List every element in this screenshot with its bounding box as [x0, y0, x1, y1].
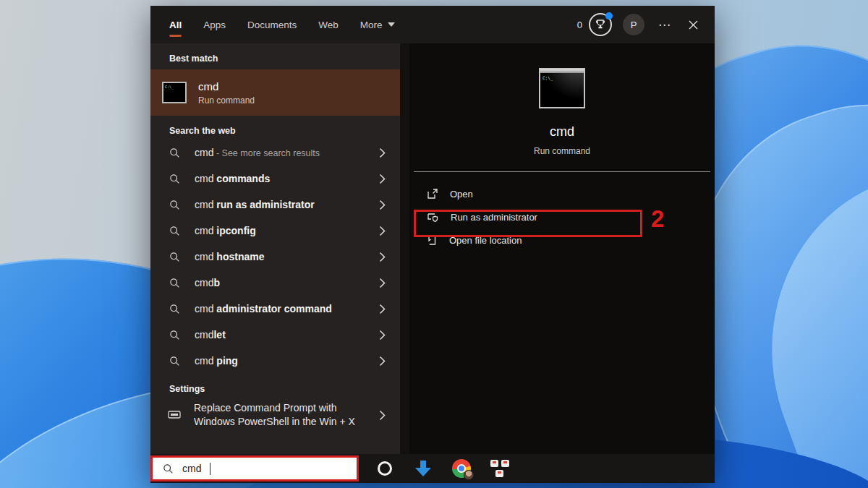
- search-filter-bar: All Apps Documents Web More: [150, 6, 715, 43]
- download-manager-taskbar-icon[interactable]: [414, 459, 433, 478]
- tab-all[interactable]: All: [169, 6, 182, 43]
- web-suggestion-row[interactable]: cmd - See more search results: [150, 140, 400, 166]
- chevron-right-icon: [379, 174, 386, 184]
- settings-result-line1: Replace Command Prompt with: [194, 401, 355, 415]
- chevron-right-icon: [379, 200, 386, 210]
- rewards-count: 0: [577, 20, 582, 30]
- action-open[interactable]: Open: [409, 182, 715, 205]
- chevron-right-icon: [379, 410, 386, 421]
- tab-all-label: All: [169, 20, 182, 30]
- ellipsis-icon: ⋯: [658, 18, 671, 32]
- detail-app-title: cmd: [409, 124, 715, 140]
- tab-apps[interactable]: Apps: [203, 6, 226, 43]
- action-list: Open Run as administrator Open file loca…: [409, 182, 715, 252]
- web-suggestion-row[interactable]: cmd administrator command: [150, 296, 400, 322]
- detail-divider-line: [414, 171, 710, 172]
- chevron-right-icon: [379, 330, 386, 341]
- more-options-button[interactable]: ⋯: [655, 14, 674, 35]
- tab-documents-label: Documents: [247, 20, 297, 30]
- notification-dot: [605, 12, 613, 20]
- tab-documents[interactable]: Documents: [247, 6, 297, 43]
- settings-header: Settings: [169, 384, 400, 394]
- panel-divider: [400, 43, 409, 454]
- web-suggestion-row[interactable]: cmd ping: [150, 348, 400, 374]
- tab-more[interactable]: More: [360, 6, 395, 43]
- chrome-profile-avatar: [464, 470, 474, 480]
- best-match-result-cmd[interactable]: C:\_ cmd Run command: [150, 69, 400, 116]
- search-input-value: cmd: [182, 463, 201, 474]
- chrome-icon: [452, 459, 471, 478]
- windows-search-panel: All Apps Documents Web More: [150, 6, 715, 483]
- web-suggestions-list: cmd - See more search results cmd comman…: [150, 140, 400, 374]
- active-tab-underline: [169, 35, 182, 37]
- web-suggestion-row[interactable]: cmdb: [150, 270, 400, 296]
- chevron-right-icon: [379, 304, 386, 314]
- chrome-taskbar-icon[interactable]: [452, 459, 471, 478]
- best-match-title: cmd: [198, 80, 255, 93]
- chevron-down-icon: [388, 22, 395, 27]
- web-suggestion-row[interactable]: cmd ipconfig: [150, 218, 400, 244]
- trophy-icon: [589, 13, 612, 36]
- taskbar: cmd: [150, 454, 715, 483]
- text-cursor: [210, 463, 210, 475]
- network-devices-taskbar-icon[interactable]: [490, 459, 509, 478]
- search-icon: [169, 226, 180, 236]
- action-run-as-administrator[interactable]: Run as administrator: [409, 205, 715, 228]
- chevron-right-icon: [379, 252, 386, 262]
- action-open-file-location[interactable]: Open file location: [409, 228, 715, 252]
- tab-web-label: Web: [318, 20, 339, 30]
- tab-apps-label: Apps: [203, 20, 226, 30]
- search-icon: [163, 463, 174, 474]
- network-devices-icon: [490, 460, 509, 477]
- web-suggestion-row[interactable]: cmd hostname: [150, 244, 400, 270]
- search-icon: [169, 174, 180, 184]
- admin-shield-icon: [427, 211, 439, 223]
- search-icon: [169, 147, 180, 158]
- monitor-icon: [168, 410, 181, 420]
- avatar-initial: P: [631, 20, 637, 30]
- tab-more-label: More: [360, 20, 383, 30]
- detail-app-subtitle: Run command: [409, 146, 715, 156]
- folder-location-icon: [427, 234, 438, 246]
- web-suggestion-row[interactable]: cmd commands: [150, 166, 400, 192]
- best-match-subtitle: Run command: [198, 95, 255, 106]
- search-icon: [169, 304, 180, 314]
- cmd-app-icon-large: C:\_: [539, 68, 585, 108]
- download-arrow-icon: [415, 461, 431, 476]
- search-icon: [169, 278, 180, 288]
- user-avatar[interactable]: P: [623, 14, 644, 35]
- open-icon: [427, 188, 438, 200]
- search-icon: [169, 252, 180, 262]
- chevron-right-icon: [379, 226, 386, 236]
- best-match-header: Best match: [169, 53, 400, 64]
- search-results-column: Best match C:\_ cmd Run command Search t…: [150, 43, 400, 454]
- annotation-step-2: 2: [651, 205, 664, 233]
- web-suggestion-row[interactable]: cmdlet: [150, 322, 400, 348]
- result-detail-pane: C:\_ cmd Run command Open: [409, 43, 715, 454]
- search-icon: [169, 330, 180, 341]
- tab-web[interactable]: Web: [318, 6, 339, 43]
- chevron-right-icon: [379, 147, 386, 158]
- chevron-right-icon: [379, 356, 386, 367]
- cortana-taskbar-icon[interactable]: [375, 459, 394, 478]
- web-suggestion-row[interactable]: cmd run as administrator: [150, 192, 400, 218]
- search-web-header: Search the web: [169, 126, 400, 136]
- settings-result-line2: Windows PowerShell in the Win + X: [194, 415, 355, 429]
- search-icon: [169, 356, 180, 367]
- desktop-wallpaper: All Apps Documents Web More: [0, 0, 868, 488]
- search-input[interactable]: cmd: [150, 455, 359, 481]
- search-icon: [169, 200, 180, 210]
- close-icon: [688, 20, 699, 30]
- chevron-right-icon: [379, 278, 386, 288]
- cmd-app-icon: C:\_: [162, 82, 187, 103]
- close-button[interactable]: [685, 17, 702, 33]
- rewards-button[interactable]: 0: [577, 13, 612, 36]
- settings-result-row[interactable]: Replace Command Prompt with Windows Powe…: [150, 401, 400, 429]
